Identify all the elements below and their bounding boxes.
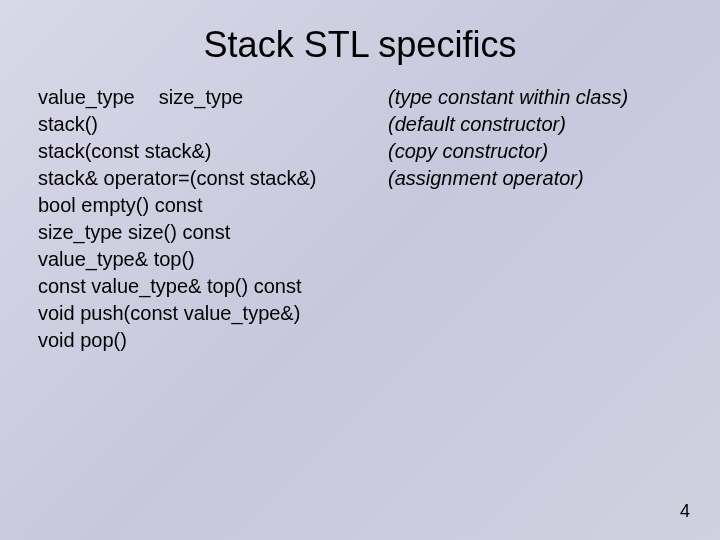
api-description: (copy constructor) [388,138,548,165]
content-body: value_typesize_type (type constant withi… [0,84,720,354]
api-row: stack() (default constructor) [38,111,700,138]
api-signature: size_type [159,86,244,108]
api-row: size_type size() const [38,219,700,246]
api-description: (type constant within class) [388,84,628,111]
api-signature: const value_type& top() const [38,273,388,300]
page-number: 4 [680,501,690,522]
api-description: (default constructor) [388,111,566,138]
api-signature: value_type [38,86,135,108]
api-row: bool empty() const [38,192,700,219]
api-signature: value_type& top() [38,246,388,273]
api-row: value_typesize_type (type constant withi… [38,84,700,111]
api-signature: stack& operator=(const stack&) [38,165,388,192]
api-signature: stack() [38,111,388,138]
api-signature: stack(const stack&) [38,138,388,165]
api-row: value_type& top() [38,246,700,273]
api-description: (assignment operator) [388,165,584,192]
api-row: void push(const value_type&) [38,300,700,327]
api-row: stack(const stack&) (copy constructor) [38,138,700,165]
api-signature: size_type size() const [38,219,388,246]
slide-title: Stack STL specifics [0,0,720,84]
api-row: const value_type& top() const [38,273,700,300]
api-row: stack& operator=(const stack&) (assignme… [38,165,700,192]
api-signature: bool empty() const [38,192,388,219]
api-signature: void pop() [38,327,388,354]
api-signature: void push(const value_type&) [38,300,388,327]
api-row: void pop() [38,327,700,354]
